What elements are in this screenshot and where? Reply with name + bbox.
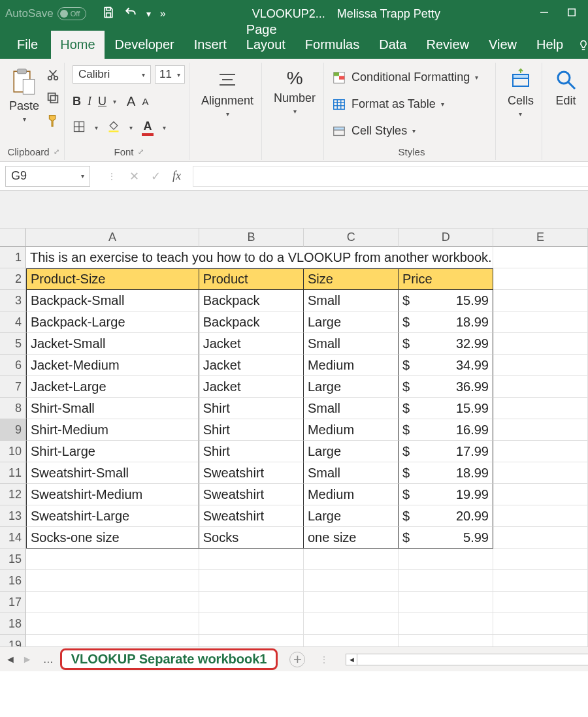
- cell[interactable]: Shirt-Medium: [26, 419, 199, 441]
- tab-developer[interactable]: Developer: [106, 31, 184, 59]
- cell[interactable]: Sweatshirt-Small: [26, 462, 199, 484]
- cell[interactable]: [304, 570, 399, 592]
- cell[interactable]: Jacket: [199, 333, 304, 355]
- row-header[interactable]: 8: [0, 398, 26, 419]
- cell[interactable]: Small: [304, 333, 399, 355]
- cell[interactable]: [399, 549, 493, 570]
- cell[interactable]: [493, 419, 588, 441]
- row-header[interactable]: 13: [0, 505, 26, 527]
- cell[interactable]: Small: [304, 290, 399, 311]
- column-header[interactable]: B: [199, 229, 304, 247]
- autosave-toggle[interactable]: AutoSave Off: [5, 7, 86, 20]
- cell[interactable]: This is an exercise to teach you how to …: [26, 247, 493, 268]
- cell[interactable]: [304, 549, 399, 570]
- cell[interactable]: Large: [304, 376, 399, 398]
- cell[interactable]: [493, 376, 588, 398]
- formula-input[interactable]: [193, 166, 588, 187]
- cell[interactable]: [199, 592, 304, 613]
- row-header[interactable]: 15: [0, 549, 26, 570]
- format-as-table-button[interactable]: Format as Table▾: [332, 93, 478, 115]
- tab-home[interactable]: Home: [51, 31, 104, 59]
- cell[interactable]: Sweatshirt: [199, 462, 304, 484]
- cell[interactable]: Sweatshirt: [199, 484, 304, 505]
- cancel-formula-icon[interactable]: ✕: [129, 169, 139, 183]
- select-all-corner[interactable]: [0, 229, 26, 247]
- cell[interactable]: Backpack: [199, 290, 304, 311]
- cell[interactable]: Backpack: [199, 311, 304, 333]
- row-header[interactable]: 10: [0, 441, 26, 462]
- cell[interactable]: $16.99: [399, 419, 493, 441]
- tab-list-icon[interactable]: …: [43, 654, 54, 665]
- cell[interactable]: [493, 355, 588, 376]
- row-header[interactable]: 7: [0, 376, 26, 398]
- new-sheet-button[interactable]: +: [289, 652, 305, 667]
- alignment-button[interactable]: Alignment▾: [197, 65, 257, 120]
- cell[interactable]: [26, 592, 199, 613]
- qat-more-icon[interactable]: ▾: [146, 8, 151, 19]
- cell[interactable]: [304, 592, 399, 613]
- cell[interactable]: Large: [304, 441, 399, 462]
- undo-icon[interactable]: [124, 6, 137, 22]
- cell[interactable]: $15.99: [399, 398, 493, 419]
- cell[interactable]: [493, 527, 588, 549]
- cell[interactable]: [399, 613, 493, 635]
- cell[interactable]: [493, 398, 588, 419]
- cell[interactable]: [399, 592, 493, 613]
- column-header[interactable]: E: [493, 229, 588, 247]
- cell[interactable]: $36.99: [399, 376, 493, 398]
- cell[interactable]: [26, 549, 199, 570]
- row-header[interactable]: 3: [0, 290, 26, 311]
- row-header[interactable]: 18: [0, 613, 26, 635]
- tab-scroll-left-icon[interactable]: ◄: [5, 654, 16, 665]
- cell[interactable]: Jacket: [199, 376, 304, 398]
- cell[interactable]: $15.99: [399, 290, 493, 311]
- cell[interactable]: [493, 484, 588, 505]
- cell[interactable]: [493, 613, 588, 635]
- cell[interactable]: [199, 613, 304, 635]
- cell[interactable]: $17.99: [399, 441, 493, 462]
- cell[interactable]: Small: [304, 462, 399, 484]
- name-box[interactable]: G9 ▾: [5, 166, 90, 187]
- cell[interactable]: $5.99: [399, 527, 493, 549]
- borders-icon[interactable]: [73, 120, 86, 135]
- cell[interactable]: Jacket-Small: [26, 333, 199, 355]
- cell[interactable]: one size: [304, 527, 399, 549]
- tab-page-layout[interactable]: Page Layout: [237, 16, 295, 59]
- row-header[interactable]: 16: [0, 570, 26, 592]
- cell[interactable]: [199, 570, 304, 592]
- row-header[interactable]: 14: [0, 527, 26, 549]
- fill-color-icon[interactable]: [107, 120, 120, 135]
- cell[interactable]: Shirt: [199, 398, 304, 419]
- number-format-button[interactable]: % Number▾: [270, 65, 319, 118]
- paste-button[interactable]: Paste ▾: [7, 65, 42, 124]
- cell[interactable]: Socks-one size: [26, 527, 199, 549]
- format-painter-icon[interactable]: [46, 114, 60, 130]
- cell[interactable]: Small: [304, 398, 399, 419]
- cell[interactable]: Size: [304, 268, 399, 290]
- cell[interactable]: Shirt: [199, 441, 304, 462]
- column-header[interactable]: D: [399, 229, 493, 247]
- cell[interactable]: Medium: [304, 355, 399, 376]
- row-header[interactable]: 11: [0, 462, 26, 484]
- cell[interactable]: $18.99: [399, 462, 493, 484]
- cell[interactable]: [199, 549, 304, 570]
- cell[interactable]: [493, 290, 588, 311]
- shrink-font-button[interactable]: A: [142, 96, 148, 107]
- find-button[interactable]: Edit: [550, 65, 581, 110]
- cell[interactable]: [26, 570, 199, 592]
- bold-button[interactable]: B: [73, 95, 81, 108]
- cell[interactable]: Shirt: [199, 419, 304, 441]
- underline-button[interactable]: U: [98, 95, 106, 108]
- row-header[interactable]: 9: [0, 419, 26, 441]
- tell-me[interactable]: Te: [574, 31, 588, 59]
- tab-formulas[interactable]: Formulas: [296, 31, 368, 59]
- tab-help[interactable]: Help: [527, 31, 572, 59]
- column-header[interactable]: C: [304, 229, 399, 247]
- cell[interactable]: Jacket: [199, 355, 304, 376]
- cell[interactable]: $18.99: [399, 311, 493, 333]
- cell[interactable]: Backpack-Small: [26, 290, 199, 311]
- cell[interactable]: [304, 613, 399, 635]
- qat-overflow-icon[interactable]: »: [160, 8, 166, 20]
- copy-icon[interactable]: [46, 91, 60, 107]
- tab-data[interactable]: Data: [370, 31, 416, 59]
